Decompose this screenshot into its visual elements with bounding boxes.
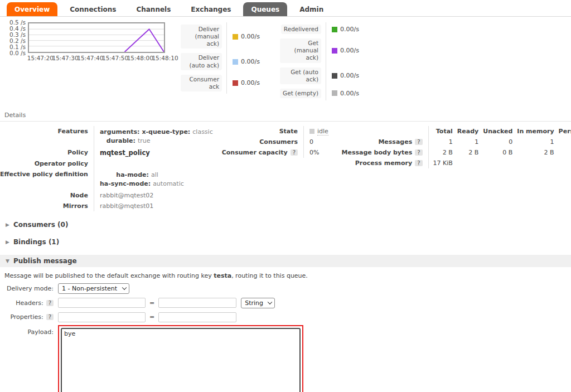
rate-row: Deliver (manual ack) 0.00/s [181,22,265,51]
expanded-arrow-icon: ▼ [6,258,9,264]
message-rates-chart: 0.5 /s0.4 /s0.3 /s0.2 /s0.1 /s0.0 /s 15:… [3,22,172,62]
help-icon[interactable]: ? [415,160,422,166]
consumer-capacity-value: 0% [304,147,336,158]
rate-row: Deliver (auto ack) 0.00/s [181,51,265,72]
mirrors-row: Mirrors rabbit@mqtest01 [0,201,213,211]
policy-label: Policy [0,147,94,158]
tab-admin[interactable]: Admin [292,2,331,16]
consumers-section-toggle[interactable]: ▶Consumers (0) [6,221,571,229]
ha-mode: ha-mode:all [100,171,213,180]
rate-line-svg [29,23,164,52]
rate-label: Redelivered [281,25,321,34]
rate-row: Get (empty) 0.00/s [280,86,365,100]
ha-sync-mode-value: automatic [153,180,184,187]
x-axis-tick: 15:48:10 [152,55,178,61]
property-key-input[interactable] [58,312,146,322]
deliver-rates-legend: Deliver (manual ack) 0.00/s Deliver (aut… [181,22,265,94]
rate-color-swatch [233,59,238,65]
ha-mode-value: all [151,171,158,178]
chart-x-axis: 15:47:2015:47:3015:47:4015:47:5015:48:00… [28,55,165,62]
payload-textarea[interactable]: bye [61,328,301,392]
effective-policy-label: Effective policy definition [0,169,94,190]
delivery-mode-row: Delivery mode: 1 - Non-persistent [0,283,571,294]
tab-connections[interactable]: Connections [62,2,124,16]
rate-label: Deliver (auto ack) [181,53,222,70]
policy-link[interactable]: mqtest_policy [100,149,150,157]
y-axis-tick: 0.0 /s [9,50,26,56]
overview-section: 0.5 /s0.4 /s0.3 /s0.2 /s0.1 /s0.0 /s 15:… [0,17,571,100]
publish-message-section-toggle[interactable]: ▼Publish message [0,255,571,267]
payload-highlight-annotation: bye [58,325,303,392]
tab-queues[interactable]: Queues [243,2,287,16]
help-icon[interactable]: ? [46,314,54,320]
publish-description: Message will be published to the default… [4,272,571,279]
msg-cell: 1 [512,137,554,147]
msg-col-header: Total [428,126,453,137]
x-queue-type-value: classic [192,128,212,135]
mirrors-value: rabbit@mqtest01 [100,202,153,210]
property-value-input[interactable] [158,312,236,322]
header-value-input[interactable] [158,298,236,308]
x-axis-tick: 15:47:30 [52,55,78,61]
x-axis-tick: 15:48:00 [127,55,153,61]
msg-row-label: Messages? [342,137,429,147]
bindings-section-toggle[interactable]: ▶Bindings (1) [6,238,571,246]
rate-row: Consumer ack 0.00/s [181,72,265,94]
tab-channels[interactable]: Channels [128,2,178,16]
help-icon[interactable]: ? [46,300,54,306]
ha-sync-mode: ha-sync-mode:automatic [100,180,213,188]
chart-plot-area [28,22,165,53]
collapsed-arrow-icon: ▶ [6,239,9,245]
features-label: Features [0,126,94,147]
ha-sync-mode-key: ha-sync-mode: [100,180,151,188]
equals-sign: = [149,299,154,307]
consumers-row: Consumers 0 [222,137,336,147]
messages-table: TotalReadyUnackedIn memoryPersistentTran… [342,126,571,168]
state-value: idle [317,128,328,135]
delivery-mode-select[interactable]: 1 - Non-persistent [58,283,129,294]
headers-label: Headers:? [0,299,58,307]
properties-label: Properties:? [0,313,58,321]
rate-label: Get (manual ack) [280,38,321,62]
msg-table-row: Message body bytes?2 B2 B0 B2 B0 B0 B [342,147,571,158]
tab-exchanges[interactable]: Exchanges [183,2,239,16]
consumers-value: 0 [304,137,336,147]
rate-label: Get (empty) [280,89,321,98]
durable-value: true [138,137,151,144]
rate-value: 0.00/s [340,72,359,79]
help-icon[interactable]: ? [415,139,422,145]
help-icon[interactable]: ? [291,149,298,156]
description-prefix: Message will be published to the default… [4,272,214,279]
msg-cell: 1 [453,137,478,147]
ha-mode-key: ha-mode: [100,171,149,180]
msg-row-label: Message body bytes? [342,147,429,158]
header-type-select[interactable]: String [241,298,275,308]
tab-bar: Overview Connections Channels Exchanges … [0,0,571,17]
description-suffix: , routing it to this queue. [231,272,308,279]
msg-cell: 0 [478,137,512,147]
details-body: Features arguments:x-queue-type:classic … [0,126,571,211]
policy-row: Policy mqtest_policy [0,147,213,158]
state-label: State [222,126,304,137]
msg-table-row: Messages?110100 [342,137,571,147]
chart-y-axis: 0.5 /s0.4 /s0.3 /s0.2 /s0.1 /s0.0 /s [3,22,28,53]
help-icon[interactable]: ? [415,149,422,156]
msg-col-header: Unacked [478,126,512,137]
tab-overview[interactable]: Overview [7,2,57,16]
state-facts-table: State idle Consumers 0 Consumer capacity… [222,126,336,158]
rate-color-swatch [332,73,337,79]
rate-label: Get (auto ack) [280,67,321,84]
rate-value: 0.00/s [340,90,359,97]
get-rates-legend: Redelivered 0.00/s Get (manual ack) 0.00… [280,22,365,100]
collapsed-arrow-icon: ▶ [6,222,9,228]
msg-cell: 1 [428,137,453,147]
state-row: State idle [222,126,336,137]
bindings-section-label: Bindings (1) [13,238,59,246]
msg-cell: 2 B [512,147,554,158]
msg-cell: 17 KiB [428,158,453,168]
operator-policy-label: Operator policy [0,158,94,169]
rate-value: 0.00/s [241,58,260,65]
rate-value: 0.00/s [241,33,260,40]
node-label: Node [0,190,94,201]
header-key-input[interactable] [58,298,146,308]
